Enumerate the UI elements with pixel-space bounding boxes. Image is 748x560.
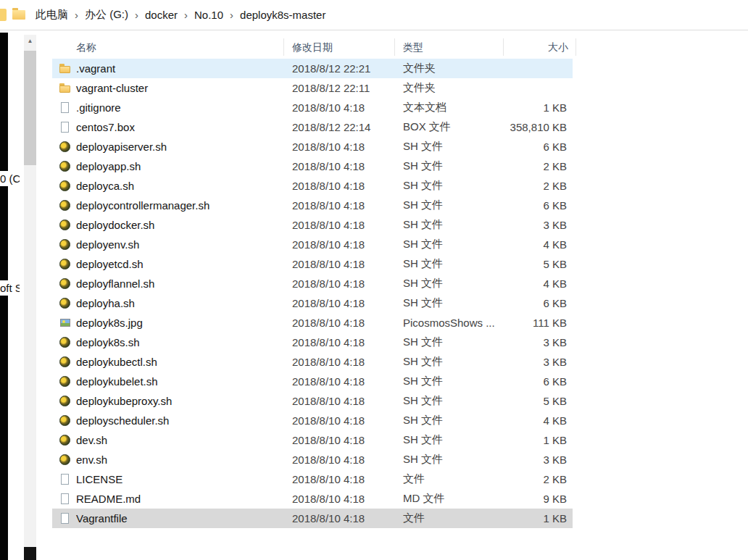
file-row[interactable]: deploycontrollermanager.sh2018/8/10 4:18… [52, 196, 573, 215]
file-name: .gitignore [76, 101, 121, 114]
file-name: deployscheduler.sh [76, 414, 169, 427]
shell-script-icon [59, 200, 71, 212]
column-header-name[interactable]: 名称 [49, 38, 284, 56]
column-headers: 名称 修改日期 类型 大小 [49, 35, 586, 59]
file-type-cell: SH 文件 [395, 394, 504, 408]
file-size-cell: 9 KB [504, 493, 573, 505]
file-name: env.sh [76, 454, 107, 466]
sidebar-scrollbar[interactable]: ▲ [24, 35, 36, 547]
date-modified-cell: 2018/8/10 4:18 [284, 336, 395, 348]
file-name-cell: README.md [52, 493, 284, 505]
file-size-cell: 2 KB [504, 180, 573, 192]
breadcrumb-item[interactable]: 办公 (G:) [80, 6, 133, 24]
main-region: 0 (C oft S ▲ 名称 修改日期 类型 大小 .vagrant2018/… [0, 30, 748, 560]
file-row[interactable]: deployapiserver.sh2018/8/10 4:18SH 文件6 K… [52, 137, 573, 156]
file-row[interactable]: LICENSE2018/8/10 4:18文件2 KB [52, 469, 573, 489]
scroll-up-icon[interactable]: ▲ [24, 35, 36, 47]
file-size-cell: 358,810 KB [504, 121, 573, 133]
breadcrumb-item[interactable]: 此电脑 [31, 6, 72, 24]
file-name-cell: deployha.sh [52, 297, 284, 309]
file-name-cell: deployetcd.sh [52, 258, 284, 270]
file-row[interactable]: centos7.box2018/8/12 22:14BOX 文件358,810 … [52, 117, 573, 137]
file-row[interactable]: deployk8s.sh2018/8/10 4:18SH 文件3 KB [52, 333, 573, 352]
scrollbar-corner [24, 547, 36, 560]
file-size-cell: 4 KB [504, 238, 573, 251]
shell-script-icon [59, 220, 71, 231]
file-icon [59, 122, 71, 133]
file-name: dev.sh [76, 434, 107, 446]
folder-icon [12, 10, 25, 20]
file-row[interactable]: deployha.sh2018/8/10 4:18SH 文件6 KB [52, 293, 573, 313]
file-row[interactable]: deploydocker.sh2018/8/10 4:18SH 文件3 KB [52, 215, 573, 235]
date-modified-cell: 2018/8/12 22:21 [284, 62, 395, 75]
file-type-cell: 文件 [395, 511, 504, 525]
file-name: deploycontrollermanager.sh [76, 199, 209, 212]
file-name: deploykubeproxy.sh [76, 395, 172, 407]
file-name-cell: deployflannel.sh [52, 277, 284, 290]
date-modified-cell: 2018/8/10 4:18 [284, 277, 395, 290]
file-name: LICENSE [76, 473, 122, 485]
file-type-cell: SH 文件 [395, 257, 504, 271]
file-row[interactable]: README.md2018/8/10 4:18MD 文件9 KB [52, 489, 573, 509]
breadcrumb-item[interactable]: docker [141, 7, 182, 23]
file-row[interactable]: deployapp.sh2018/8/10 4:18SH 文件2 KB [52, 156, 573, 176]
sidebar-item-fragment[interactable]: 0 (C [0, 171, 20, 186]
file-size-cell: 6 KB [504, 141, 573, 153]
file-type-cell: SH 文件 [395, 198, 504, 212]
shell-script-icon [59, 141, 71, 153]
file-size-cell: 1 KB [504, 101, 573, 114]
file-row[interactable]: deploykubectl.sh2018/8/10 4:18SH 文件3 KB [52, 352, 573, 372]
date-modified-cell: 2018/8/10 4:18 [284, 141, 395, 153]
column-header-date[interactable]: 修改日期 [284, 38, 395, 56]
column-header-type[interactable]: 类型 [395, 38, 504, 56]
file-name-cell: vagrant-cluster [52, 82, 284, 94]
file-type-cell: BOX 文件 [395, 120, 504, 134]
file-row[interactable]: deployk8s.jpg2018/8/10 4:18PicosmosShows… [52, 313, 573, 333]
file-type-cell: SH 文件 [395, 453, 504, 467]
file-row[interactable]: .vagrant2018/8/12 22:21文件夹 [52, 59, 573, 78]
file-name-cell: deployk8s.sh [52, 336, 284, 348]
date-modified-cell: 2018/8/10 4:18 [284, 395, 395, 407]
file-row[interactable]: dev.sh2018/8/10 4:18SH 文件1 KB [52, 430, 573, 450]
file-size-cell: 3 KB [504, 336, 573, 348]
shell-script-icon [59, 376, 71, 388]
file-row[interactable]: deployenv.sh2018/8/10 4:18SH 文件4 KB [52, 235, 573, 254]
file-name-cell: deployca.sh [52, 180, 284, 192]
file-type-cell: MD 文件 [395, 492, 504, 506]
file-name-cell: deployapiserver.sh [52, 141, 284, 153]
date-modified-cell: 2018/8/10 4:18 [284, 414, 395, 427]
breadcrumb-item[interactable]: No.10 [190, 7, 228, 23]
file-size-cell: 1 KB [504, 512, 573, 525]
file-size-cell: 3 KB [504, 454, 573, 466]
column-header-size[interactable]: 大小 [504, 38, 576, 56]
chevron-right-icon: › [228, 9, 236, 20]
file-row[interactable]: Vagrantfile2018/8/10 4:18文件1 KB [52, 509, 573, 528]
file-row[interactable]: deploykubeproxy.sh2018/8/10 4:18SH 文件5 K… [52, 391, 573, 411]
file-type-cell: SH 文件 [395, 179, 504, 193]
image-file-icon [59, 317, 71, 329]
file-icon [59, 513, 71, 525]
file-row[interactable]: deploykubelet.sh2018/8/10 4:18SH 文件6 KB [52, 372, 573, 391]
scrollbar-thumb[interactable] [24, 51, 36, 165]
file-row[interactable]: deployca.sh2018/8/10 4:18SH 文件2 KB [52, 176, 573, 196]
file-name-cell: deployk8s.jpg [52, 317, 284, 329]
file-row[interactable]: deployscheduler.sh2018/8/10 4:18SH 文件4 K… [52, 411, 573, 430]
breadcrumb: 此电脑›办公 (G:)›docker›No.10›deployk8s-maste… [31, 6, 330, 24]
file-name: deploydocker.sh [76, 219, 154, 231]
shell-script-icon [59, 298, 71, 309]
file-row[interactable]: .gitignore2018/8/10 4:18文本文档1 KB [52, 98, 573, 117]
file-row[interactable]: vagrant-cluster2018/8/12 22:11文件夹 [52, 78, 573, 98]
folder-icon [59, 83, 71, 94]
breadcrumb-item[interactable]: deployk8s-master [236, 7, 330, 23]
sidebar-item-fragment[interactable]: oft S [0, 280, 20, 296]
file-size-cell: 2 KB [504, 160, 573, 172]
file-row[interactable]: env.sh2018/8/10 4:18SH 文件3 KB [52, 450, 573, 469]
chevron-right-icon: › [182, 9, 190, 20]
file-name-cell: dev.sh [52, 434, 284, 446]
file-row[interactable]: deployflannel.sh2018/8/10 4:18SH 文件4 KB [52, 274, 573, 293]
file-row[interactable]: deployetcd.sh2018/8/10 4:18SH 文件5 KB [52, 254, 573, 274]
file-icon [59, 493, 71, 505]
file-name: deployapiserver.sh [76, 141, 167, 153]
file-name-cell: .gitignore [52, 101, 284, 114]
date-modified-cell: 2018/8/10 4:18 [284, 512, 395, 525]
